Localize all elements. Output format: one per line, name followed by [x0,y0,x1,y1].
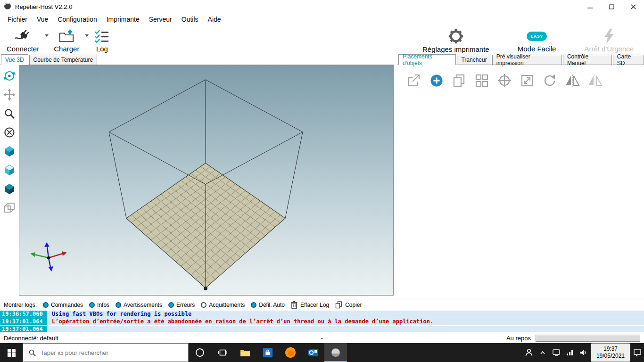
load-button[interactable]: Charger [50,25,83,54]
statusbar-right: Au repos [506,335,640,342]
perspective-toggle-icon[interactable] [1,198,18,217]
tab-carte-sd[interactable]: Carte SD [613,55,644,65]
trash-icon [291,301,297,309]
action-center-button[interactable] [630,343,644,362]
taskbar-app-store[interactable] [256,343,279,362]
log-toggle-button[interactable]: Log [90,25,114,54]
close-button[interactable] [622,0,644,13]
cortana-button[interactable] [189,343,211,362]
emergency-stop-button[interactable]: Arrêt d'Urgence [580,25,637,54]
tab-previsualiser[interactable]: Pré visualiser impression [492,55,562,65]
menu-configuration[interactable]: Configuration [53,14,101,25]
filter-infos[interactable]: Infos [89,302,109,308]
filter-dot-icon [251,302,256,308]
export-object-icon[interactable] [405,72,423,90]
menu-imprimante[interactable]: Imprimante [102,14,144,25]
minimize-button[interactable] [579,0,601,13]
chevron-up-icon [540,351,545,354]
tab-vue-3d[interactable]: Vue 3D [1,54,28,65]
easy-mode-button[interactable]: EASY Mode Facile [514,25,560,54]
connect-button[interactable]: Connecter [3,25,43,54]
tray-volume-button[interactable] [577,343,591,362]
log-header: Montrer logs: Commandes Infos Avertissem… [0,299,644,311]
log-entry: 19:37:01.064 L’opération d’entrée/sortie… [0,318,644,325]
menu-serveur[interactable]: Serveur [144,14,177,25]
filter-acquittements[interactable]: Acquittements [201,302,245,308]
tab-placements-objets[interactable]: Placements d'objets [398,54,456,65]
filter-erreurs[interactable]: Erreurs [168,302,195,308]
menu-outils[interactable]: Outils [177,14,203,25]
copy-object-icon[interactable] [450,72,468,90]
filter-dot-icon [43,302,49,308]
top-view-icon[interactable] [1,180,18,198]
cortana-icon [195,348,205,357]
filter-avertissements[interactable]: Avertissements [116,302,162,308]
lightning-icon [602,28,616,44]
scale-object-icon[interactable] [518,72,536,90]
repetier-icon [330,347,341,358]
network-icon [566,349,574,356]
autoposition-icon[interactable] [473,72,491,90]
front-view-icon[interactable] [1,161,18,180]
taskbar-app-outlook[interactable] [302,343,324,362]
tab-courbe-temperature[interactable]: Courbe de Température [29,55,98,65]
taskbar-app-explorer[interactable] [234,343,256,362]
progress-bar [536,335,640,342]
taskbar-clock[interactable]: 19:37 19/05/2021 [591,343,630,362]
menu-aide[interactable]: Aide [203,14,226,25]
copy-pages-icon [335,301,342,309]
filter-commandes[interactable]: Commandes [43,302,83,308]
connect-dropdown[interactable] [43,25,50,54]
filter-defil-auto[interactable]: Défil. Auto [251,302,285,308]
clear-log-label: Effacer Log [300,302,329,308]
viewport-3d[interactable] [19,65,394,296]
menubar: Fichier Vue Configuration Imprimante Ser… [0,13,644,25]
people-button[interactable] [522,343,536,362]
load-dropdown[interactable] [83,25,90,54]
task-view-button[interactable] [211,343,234,362]
easy-badge: EASY [527,32,547,41]
log-label: Log [96,45,108,53]
tray-tablet-button[interactable] [550,343,563,362]
clear-log-button[interactable]: Effacer Log [291,301,329,309]
store-icon [263,348,272,357]
gear-icon [447,28,465,45]
start-button[interactable] [0,343,23,362]
people-icon [524,348,534,357]
menu-fichier[interactable]: Fichier [3,14,32,25]
firefox-icon [285,347,296,358]
copy-log-button[interactable]: Copier [335,301,362,309]
log-output[interactable]: 19:36:57.060 Using fast VBOs for renderi… [0,311,644,332]
pan-view-icon[interactable] [1,85,18,104]
mirror-vertical-icon[interactable] [586,72,604,90]
hidden-icons-button[interactable] [536,343,550,362]
iso-view-icon[interactable] [1,142,18,161]
taskbar-app-repetier[interactable] [324,343,347,362]
orbit-view-icon[interactable] [1,66,18,85]
zoom-icon[interactable] [1,104,18,123]
log-entry: 19:36:57.060 Using fast VBOs for renderi… [0,311,644,318]
tablet-icon [553,349,560,356]
search-input[interactable] [41,349,182,356]
tray-network-button[interactable] [563,343,577,362]
rotate-object-icon[interactable] [541,72,559,90]
maximize-button[interactable] [601,0,622,13]
tab-controle-manuel[interactable]: Contrôle Manuel [563,55,612,65]
connect-label: Connecter [7,45,39,53]
add-object-icon[interactable] [428,72,446,90]
printer-settings-button[interactable]: Réglages imprimante [419,25,493,54]
checklist-icon [94,28,110,44]
log-entry: 19:37:01.064 [0,326,644,332]
view-tools-toolbar [0,65,19,299]
menu-vue[interactable]: Vue [32,14,53,25]
object-placement-toolbar [397,65,644,90]
taskbar-app-firefox[interactable] [279,343,302,362]
tab-trancheur[interactable]: Trancheur [457,55,491,65]
taskbar-search[interactable] [23,343,189,362]
mirror-horizontal-icon[interactable] [563,72,581,90]
fit-view-icon[interactable] [1,123,18,142]
center-object-icon[interactable] [495,72,513,90]
connection-status: Déconnecté: default [4,335,58,342]
volume-icon [580,349,587,356]
action-center-icon [633,348,642,357]
